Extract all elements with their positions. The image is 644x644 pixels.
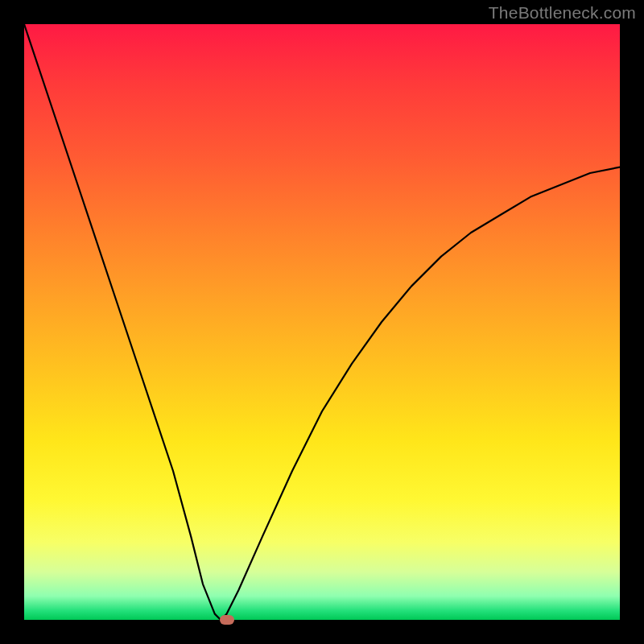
watermark-text: TheBottleneck.com [489,3,636,23]
optimum-marker [220,615,234,625]
chart-frame: TheBottleneck.com [0,0,644,644]
bottleneck-curve [24,24,620,620]
plot-area [24,24,620,620]
